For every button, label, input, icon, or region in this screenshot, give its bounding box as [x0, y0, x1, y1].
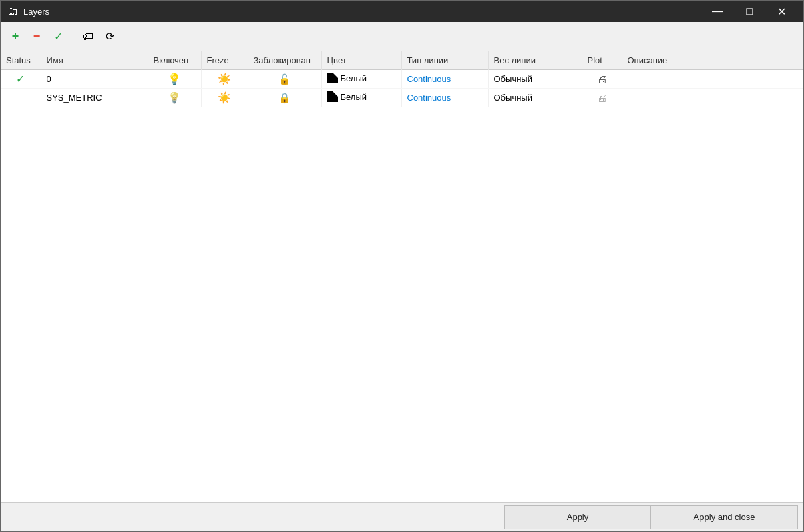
col-header-lweight[interactable]: Вес линии	[488, 51, 582, 70]
layers-table: Status Имя Включен Freze Заблокирован Цв…	[1, 51, 803, 107]
on-cell-0[interactable]: 💡	[148, 70, 201, 89]
title-bar: 🗂 Layers — □ ✕	[1, 1, 803, 22]
swatch-triangle-1	[333, 91, 338, 97]
col-header-on[interactable]: Включен	[148, 51, 201, 70]
plot-cell-0[interactable]: 🖨	[582, 70, 622, 89]
color-label-0: Белый	[341, 73, 367, 83]
sun-icon: ☀️	[218, 73, 231, 85]
swatch-triangle-0	[333, 73, 338, 78]
lweight-cell-1[interactable]: Обычный	[488, 89, 582, 107]
plot-cell-1[interactable]: 🖨	[582, 89, 622, 107]
lock-closed-icon: 🔒	[278, 92, 291, 103]
status-cell-1	[1, 89, 41, 107]
refresh-button[interactable]: ⟳	[100, 27, 119, 46]
color-cell-0[interactable]: Белый	[321, 70, 401, 89]
swatch-box-1	[327, 91, 338, 102]
bulb-off-icon: 💡	[168, 92, 181, 103]
bulb-on-icon: 💡	[168, 73, 181, 85]
col-header-color[interactable]: Цвет	[321, 51, 401, 70]
name-cell-0[interactable]: 0	[41, 70, 148, 89]
apply-close-button[interactable]: Apply and close	[651, 505, 798, 529]
minimize-button[interactable]: —	[702, 1, 733, 22]
col-header-lock[interactable]: Заблокирован	[248, 51, 321, 70]
title-bar-buttons: — □ ✕	[702, 1, 797, 22]
status-cell-0: ✓	[1, 70, 41, 89]
close-button[interactable]: ✕	[766, 1, 797, 22]
col-header-plot[interactable]: Plot	[582, 51, 622, 70]
table-row[interactable]: SYS_METRIC 💡 ☀️ 🔒	[1, 89, 803, 107]
color-cell-1[interactable]: Белый	[321, 89, 401, 107]
swatch-box-0	[327, 73, 338, 83]
name-cell-1[interactable]: SYS_METRIC	[41, 89, 148, 107]
delete-layer-button[interactable]: −	[27, 27, 46, 46]
col-header-ltype[interactable]: Тип линии	[401, 51, 488, 70]
desc-cell-0	[622, 70, 803, 89]
toolbar-separator	[73, 29, 73, 45]
toolbar: + − ✓ 🏷 ⟳	[1, 22, 803, 51]
window-title: Layers	[23, 7, 702, 17]
desc-cell-1	[622, 89, 803, 107]
add-layer-button[interactable]: +	[6, 27, 25, 46]
freeze-cell-1[interactable]: ☀️	[201, 89, 248, 107]
ltype-link-1[interactable]: Continuous	[407, 93, 451, 103]
lweight-cell-0[interactable]: Обычный	[488, 70, 582, 89]
col-header-freeze[interactable]: Freze	[201, 51, 248, 70]
apply-button[interactable]: Apply	[504, 505, 651, 529]
ltype-cell-0[interactable]: Continuous	[401, 70, 488, 89]
lock-cell-0[interactable]: 🔓	[248, 70, 321, 89]
table-row[interactable]: ✓ 0 💡 ☀️ 🔓	[1, 70, 803, 89]
col-header-desc[interactable]: Описание	[622, 51, 803, 70]
col-header-status[interactable]: Status	[1, 51, 41, 70]
printer-icon-1: 🖨	[597, 92, 607, 103]
table-container: Status Имя Включен Freze Заблокирован Цв…	[1, 51, 803, 502]
ltype-link-0[interactable]: Continuous	[407, 74, 451, 84]
lock-cell-1[interactable]: 🔒	[248, 89, 321, 107]
on-cell-1[interactable]: 💡	[148, 89, 201, 107]
lock-open-icon: 🔓	[278, 73, 291, 85]
tag-button[interactable]: 🏷	[79, 27, 97, 46]
current-layer-icon: ✓	[16, 73, 25, 85]
set-current-button[interactable]: ✓	[49, 27, 67, 46]
app-icon: 🗂	[7, 5, 18, 17]
color-label-1: Белый	[341, 92, 367, 102]
color-swatch-0: Белый	[327, 73, 367, 83]
sun-icon-1: ☀️	[218, 92, 231, 103]
table-header-row: Status Имя Включен Freze Заблокирован Цв…	[1, 51, 803, 70]
freeze-cell-0[interactable]: ☀️	[201, 70, 248, 89]
footer: Apply Apply and close	[1, 502, 803, 531]
main-window: 🗂 Layers — □ ✕ + − ✓ 🏷 ⟳ Status Имя Вклю…	[0, 0, 804, 532]
maximize-button[interactable]: □	[734, 1, 765, 22]
printer-icon-0: 🖨	[597, 73, 607, 85]
col-header-name[interactable]: Имя	[41, 51, 148, 70]
ltype-cell-1[interactable]: Continuous	[401, 89, 488, 107]
color-swatch-1: Белый	[327, 91, 367, 102]
